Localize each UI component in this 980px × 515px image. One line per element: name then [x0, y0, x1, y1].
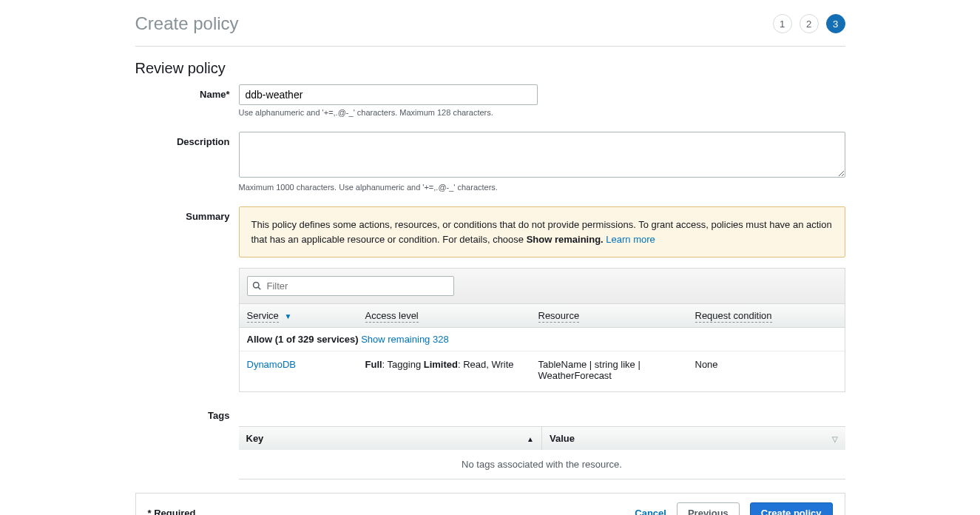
summary-warning: This policy defines some actions, resour…: [239, 206, 845, 258]
name-input[interactable]: [239, 84, 538, 105]
chevron-down-icon: ▼: [284, 312, 291, 320]
required-note: * Required: [148, 508, 196, 515]
show-remaining-link[interactable]: Show remaining 328: [361, 334, 449, 345]
search-icon: [252, 280, 261, 292]
service-link[interactable]: DynamoDB: [247, 359, 296, 370]
svg-point-0: [253, 282, 259, 288]
page-title: Create policy: [135, 13, 239, 34]
header-access-level[interactable]: Access level: [358, 304, 531, 327]
description-hint: Maximum 1000 characters. Use alphanumeri…: [239, 183, 845, 192]
permissions-table: Service ▼ Access level Resource Request …: [239, 268, 845, 392]
filter-input[interactable]: [247, 276, 454, 296]
footer-bar: * Required Cancel Previous Create policy: [135, 493, 845, 515]
table-row: DynamoDB Full: Tagging Limited: Read, Wr…: [240, 351, 845, 391]
access-level-cell: Full: Tagging Limited: Read, Write: [365, 359, 538, 381]
header-resource[interactable]: Resource: [531, 304, 688, 327]
sort-asc-icon: ▲: [527, 434, 534, 442]
wizard-steps: 1 2 3: [773, 14, 845, 33]
sort-desc-icon: ▽: [832, 434, 838, 442]
name-label: Name*: [135, 84, 239, 100]
allow-summary-row: Allow (1 of 329 services) Show remaining…: [240, 328, 845, 351]
create-policy-button[interactable]: Create policy: [750, 502, 833, 515]
resource-cell: TableName | string like | WeatherForecas…: [538, 359, 695, 381]
step-1[interactable]: 1: [773, 14, 792, 33]
cancel-button[interactable]: Cancel: [635, 508, 666, 515]
description-label: Description: [135, 132, 239, 147]
summary-show-remaining: Show remaining.: [527, 234, 604, 245]
tags-label: Tags: [135, 405, 239, 421]
step-3[interactable]: 3: [826, 14, 845, 33]
header-request-condition[interactable]: Request condition: [688, 304, 845, 327]
learn-more-link[interactable]: Learn more: [606, 234, 655, 245]
tags-table: Key ▲ Value ▽ No tags associated with th…: [239, 426, 845, 479]
tags-header-key[interactable]: Key ▲: [239, 427, 542, 450]
tags-header-value[interactable]: Value ▽: [541, 427, 845, 450]
header-service[interactable]: Service ▼: [240, 304, 358, 327]
svg-line-1: [258, 287, 260, 289]
name-hint: Use alphanumeric and '+=,.@-_' character…: [239, 108, 845, 117]
condition-cell: None: [695, 359, 837, 381]
step-2[interactable]: 2: [800, 14, 819, 33]
section-title: Review policy: [135, 60, 845, 77]
description-textarea[interactable]: [239, 132, 845, 178]
previous-button[interactable]: Previous: [677, 502, 740, 515]
tags-empty-message: No tags associated with the resource.: [239, 450, 845, 479]
summary-label: Summary: [135, 206, 239, 222]
